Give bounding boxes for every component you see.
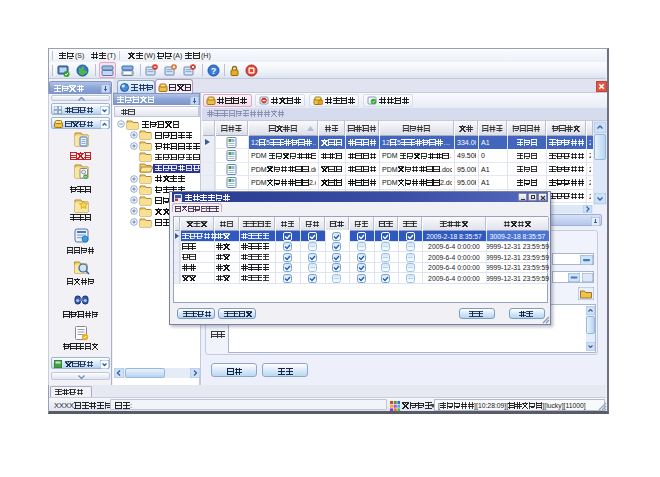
svg-text:?: ? [211, 66, 217, 76]
